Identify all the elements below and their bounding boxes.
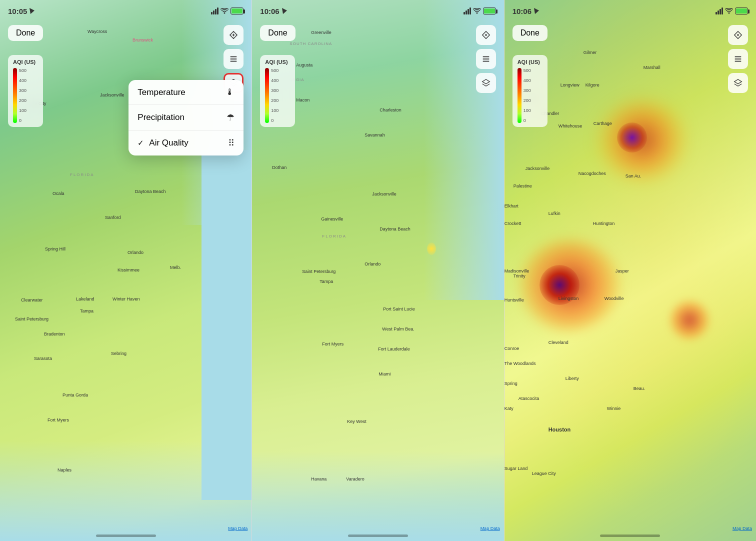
- city-orlando2: Orlando: [364, 262, 380, 266]
- home-indicator-3: [600, 534, 660, 537]
- phone-panel-2: Greenville SOUTH CAROLINA Augusta GEORGI…: [252, 0, 504, 541]
- list-button-3[interactable]: [728, 49, 748, 69]
- svg-point-1: [224, 12, 226, 14]
- aqi-legend-3: AQI (US) 500 400 300 200 100 0: [512, 55, 548, 127]
- city-greenville: Greenville: [311, 30, 332, 35]
- signal-icon-2: [464, 8, 471, 14]
- signal-bar-3: [215, 9, 216, 14]
- city-fortmyers2: Fort Myers: [322, 342, 344, 346]
- aqi-200: 200: [19, 98, 26, 103]
- city-beau: Beau.: [634, 386, 646, 391]
- battery-icon-3: [735, 8, 748, 14]
- aqi-300: 300: [19, 88, 26, 93]
- home-indicator-1: [96, 534, 156, 537]
- done-button-2[interactable]: Done: [260, 25, 295, 41]
- sb3: [468, 9, 469, 14]
- aqi-title-3: AQI (US): [518, 59, 542, 65]
- city-houston: Houston: [548, 426, 571, 432]
- aqi-title-2: AQI (US): [265, 59, 290, 65]
- aqi-title-1: AQI (US): [13, 59, 38, 65]
- city-keywest: Key West: [347, 419, 366, 424]
- done-button-3[interactable]: Done: [512, 25, 548, 41]
- aqi-labels-2: 500 400 300 200 100 0: [271, 68, 278, 123]
- aqi-scale-3: 500 400 300 200 100 0: [518, 68, 542, 123]
- city-huntington: Huntington: [593, 221, 615, 226]
- city-huntsville: Huntsville: [504, 298, 524, 302]
- city-lakeland: Lakeland: [76, 296, 94, 302]
- list-button-1[interactable]: [224, 49, 244, 69]
- city-sugarland: Sugar Land: [504, 466, 528, 471]
- location-arrow-icon: [30, 8, 34, 14]
- city-elkhart: Elkhart: [504, 204, 518, 208]
- battery-icon: [230, 8, 244, 14]
- signal-bar-2: [213, 10, 214, 14]
- city-daytonabeach2: Daytona Beach: [380, 226, 410, 232]
- dropdown-temperature[interactable]: Temperature 🌡: [128, 80, 244, 105]
- aqi-legend-1: AQI (US) 500 400 300 200 100 0: [8, 55, 43, 127]
- aqi-bar-1: [13, 68, 17, 123]
- list-icon: [229, 54, 238, 64]
- city-trinity: Trinity: [514, 274, 526, 278]
- wifi-icon: [220, 8, 228, 14]
- layers-button-2[interactable]: [476, 73, 496, 93]
- svg-marker-12: [534, 8, 539, 14]
- region-sc: SOUTH CAROLINA: [290, 42, 332, 46]
- layers-button-3[interactable]: [728, 73, 748, 93]
- aqi-0: 0: [19, 118, 26, 123]
- city-atascocita: Atascocita: [518, 396, 540, 401]
- list-icon-2: [482, 54, 490, 64]
- layers-icon-3: [734, 78, 742, 88]
- city-savannah: Savannah: [364, 132, 385, 138]
- city-saintpete2: Saint Petersburg: [302, 269, 336, 274]
- aqi-400: 400: [19, 78, 26, 83]
- city-whitehouse: Whitehouse: [558, 124, 582, 128]
- aqi-500-2: 500: [271, 68, 278, 73]
- svg-marker-0: [30, 8, 34, 14]
- svg-point-13: [728, 12, 730, 14]
- city-sarasota: Sarasota: [34, 356, 52, 361]
- city-nacogdoches: Nacogdoches: [578, 171, 606, 176]
- map-data-3[interactable]: Map Data: [732, 526, 752, 531]
- city-varadero: Varadero: [346, 476, 364, 482]
- city-augusta2: Augusta: [296, 62, 312, 68]
- city-orlando: Orlando: [128, 250, 144, 255]
- dropdown-airquality[interactable]: ✓ Air Quality ⠿: [128, 130, 244, 156]
- dropdown-precipitation[interactable]: Precipitation ☂: [128, 105, 244, 130]
- signal-icon: [211, 8, 218, 14]
- city-jacksonville: Jacksonville: [100, 92, 124, 98]
- aqi-100-2: 100: [271, 108, 278, 113]
- city-havana: Havana: [311, 476, 326, 482]
- location-button-2[interactable]: [476, 25, 496, 45]
- city-gilmer: Gilmer: [584, 50, 597, 55]
- map-data-1[interactable]: Map Data: [228, 526, 248, 531]
- city-melb: Melb.: [170, 265, 181, 270]
- dropdown-precip-left: Precipitation: [138, 112, 184, 122]
- city-marshall: Marshall: [644, 65, 660, 70]
- city-spring: Spring: [504, 381, 518, 386]
- city-miami: Miami: [378, 372, 390, 376]
- city-springhill: Spring Hill: [45, 246, 66, 252]
- aqi-scale-2: 500 400 300 200 100 0: [265, 68, 290, 123]
- city-charleston2: Charleston: [380, 108, 402, 112]
- done-button-1[interactable]: Done: [8, 25, 43, 41]
- battery-tip-2: [496, 10, 498, 14]
- svg-point-8: [485, 34, 487, 36]
- location-icon-2: [482, 30, 490, 40]
- phone-panel-3: Gilmer Marshall Longview Kilgore Tyler C…: [504, 0, 756, 541]
- location-arrow-icon-3: [534, 8, 539, 14]
- svg-point-14: [737, 34, 739, 36]
- list-button-2[interactable]: [476, 49, 496, 69]
- aqi-200-2: 200: [271, 98, 278, 103]
- location-button-3[interactable]: [728, 25, 748, 45]
- city-jacksonville3: Jacksonville: [526, 166, 550, 171]
- city-palestine: Palestine: [514, 184, 532, 188]
- city-winnie: Winnie: [607, 406, 621, 411]
- aqi-300-2: 300: [271, 88, 278, 93]
- city-naples: Naples: [58, 468, 72, 472]
- battery-tip: [244, 10, 245, 14]
- location-button-1[interactable]: [224, 25, 244, 45]
- status-bar-1: 10:05: [0, 0, 252, 22]
- city-longview: Longview: [560, 82, 580, 88]
- atlantic-ocean: [202, 150, 252, 500]
- map-data-2[interactable]: Map Data: [480, 526, 500, 531]
